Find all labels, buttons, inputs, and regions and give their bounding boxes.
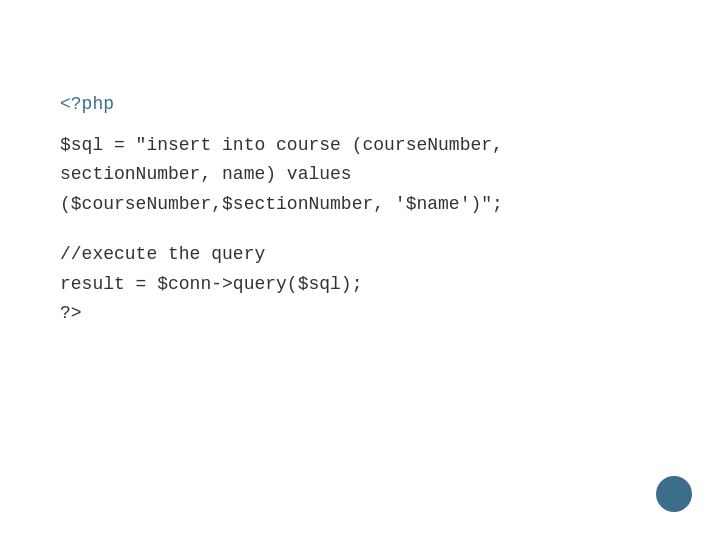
code-line-2: sectionNumber, name) values: [60, 160, 660, 190]
code-line-1: $sql = "insert into course (courseNumber…: [60, 131, 660, 161]
slide: <?php $sql = "insert into course (course…: [0, 0, 720, 540]
php-open-tag: <?php: [60, 90, 660, 119]
blank-line: [60, 220, 660, 240]
circle-decoration: [656, 476, 692, 512]
php-close-tag: ?>: [60, 299, 660, 329]
code-block: <?php $sql = "insert into course (course…: [60, 90, 660, 329]
result-line: result = $conn->query($sql);: [60, 270, 660, 300]
comment-line-1: //execute the query: [60, 240, 660, 270]
code-line-3: ($courseNumber,$sectionNumber, '$name')"…: [60, 190, 660, 220]
